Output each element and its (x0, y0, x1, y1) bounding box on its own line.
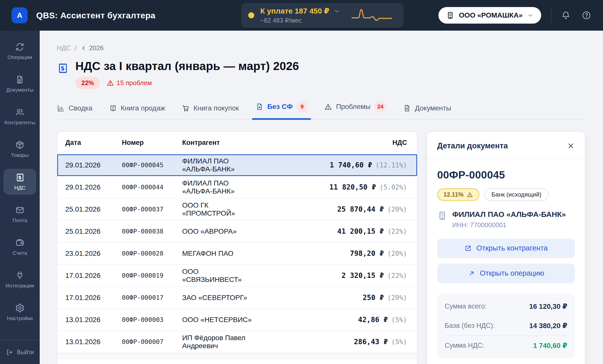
sidebar-item-label: Счета (13, 250, 27, 256)
open-counterparty-button[interactable]: Открыть контрагента (437, 238, 575, 258)
warning-triangle-icon (324, 103, 332, 111)
warning-triangle-icon (467, 191, 473, 198)
box-icon (15, 140, 25, 150)
file-x-icon (256, 103, 264, 111)
row-vat-amount: 2 320,15 ₽ (341, 271, 384, 280)
sidebar-item-settings[interactable]: Настройки (4, 299, 36, 325)
row-vat-amount: 286,43 ₽ (354, 338, 388, 346)
row-date: 29.01.2026 (65, 183, 122, 191)
sidebar-item-goods[interactable]: Товары (4, 136, 36, 162)
sidebar-item-documents[interactable]: Документы (4, 71, 36, 97)
tax-due-texts: К уплате 187 450 ₽ ~62 483 ₽/мес (260, 7, 340, 24)
row-date: 25.01.2026 (65, 205, 122, 213)
table-row[interactable]: 23.01.2026 00ФР-000028 МЕГАФОН ПАО 798,2… (57, 242, 417, 264)
main-content: НДС / 2026 $ НДС за I квартал (январь — … (40, 31, 603, 364)
row-number: 00ФР-000044 (122, 184, 182, 191)
breadcrumb-year-back[interactable]: 2026 (80, 44, 104, 52)
table-row[interactable]: 25.01.2026 00ФР-000038 ООО «АВРОРА» 41 2… (57, 220, 417, 242)
tax-due-widget[interactable]: К уплате 187 450 ₽ ~62 483 ₽/мес (241, 3, 404, 28)
documents-table: Дата Номер Контрагент НДС 29.01.2026 00Ф… (57, 131, 418, 364)
panel-title: Детали документа (437, 141, 508, 150)
table-row[interactable]: 25.01.2026 00ФР-000037 ООО ГК «ПРОМСТРОЙ… (57, 198, 417, 220)
sidebar-item-operations[interactable]: Операции (4, 38, 36, 64)
document-icon (15, 75, 25, 84)
building-icon (437, 211, 447, 221)
row-counterparty: ИП Фёдоров Павел Андреевич (182, 334, 256, 350)
table-row[interactable]: 17.01.2026 00ФР-000019 ООО «СВЯЗЬИНВЕСТ»… (57, 264, 417, 286)
button-label: Открыть операцию (480, 269, 544, 277)
row-date: 17.01.2026 (65, 294, 122, 302)
table-row[interactable]: 29.01.2026 00ФР-000045 ФИЛИАЛ ПАО «АЛЬФА… (57, 154, 417, 176)
row-date: 13.01.2026 (65, 316, 122, 324)
problems-summary[interactable]: 15 проблем (107, 79, 152, 87)
row-counterparty: ООО «АВРОРА» (182, 227, 256, 235)
row-number: 00ФР-000028 (122, 250, 182, 257)
row-vat-percent: (20%) (387, 250, 407, 257)
vat-sum-label: Сумма НДС: (445, 342, 484, 349)
sidebar-item-label: Контрагенты (4, 119, 35, 126)
open-book-icon (109, 104, 117, 112)
tab-sales-book[interactable]: Книга продаж (109, 104, 165, 119)
sidebar-item-integrations[interactable]: Интеграции (4, 267, 36, 293)
total-label: Сумма всего: (445, 302, 487, 310)
base-value: 14 380,20 ₽ (529, 322, 567, 330)
breadcrumb-root[interactable]: НДС (57, 44, 71, 52)
column-header-number: Номер (122, 139, 182, 147)
document-type-badge: Банк (исходящий) (484, 188, 548, 201)
chevron-left-icon (80, 45, 87, 51)
table-row[interactable]: 29.01.2026 00ФР-000044 ФИЛИАЛ ПАО «АЛЬФА… (57, 176, 417, 198)
sidebar-item-vat[interactable]: $ НДС (4, 169, 36, 195)
arrow-up-right-icon (468, 270, 475, 277)
chevron-down-icon[interactable] (333, 8, 340, 14)
tab-count-badge: 9 (296, 101, 308, 112)
sidebar-item-label: Настройки (7, 315, 33, 321)
help-icon[interactable] (581, 10, 591, 20)
sidebar-item-counterparties[interactable]: Контрагенты (4, 103, 36, 130)
total-value: 16 120,30 ₽ (529, 302, 567, 311)
row-counterparty: ЗАО «СЕВЕРТОРГ» (182, 294, 256, 302)
receipt-icon: $ (15, 173, 25, 182)
logout-button[interactable]: Выйти (0, 340, 40, 364)
table-row[interactable]: 13.01.2026 00ФР-000003 ООО «НЕТСЕРВИС» 4… (57, 309, 417, 331)
sparkline-chart (350, 6, 395, 24)
row-vat-amount: 42,86 ₽ (358, 316, 388, 324)
document-icon (403, 104, 411, 112)
tab-without-invoice[interactable]: Без СФ 9 (256, 101, 308, 119)
table-row[interactable]: 13.01.2026 00ФР-000007 ИП Фёдоров Павел … (57, 331, 417, 353)
building-icon (446, 11, 455, 20)
topbar: A QBS: Ассистент бухгалтера К уплате 187… (0, 0, 603, 31)
row-vat-amount: 25 870,44 ₽ (337, 205, 384, 213)
row-vat-percent: (5%) (391, 316, 407, 324)
document-number: 00ФР-000045 (437, 169, 575, 181)
row-number: 00ФР-000037 (122, 206, 182, 213)
tab-label: Без СФ (267, 103, 293, 111)
open-operation-button[interactable]: Открыть операцию (437, 264, 575, 283)
sidebar-item-label: Товары (11, 152, 29, 158)
tab-documents[interactable]: Документы (403, 104, 451, 119)
users-icon (15, 107, 25, 117)
close-icon[interactable] (567, 142, 575, 150)
tab-count-badge: 24 (374, 101, 386, 112)
tab-label: Книга покупок (193, 104, 239, 112)
sidebar-item-label: Операции (8, 54, 32, 60)
row-counterparty: ООО ГК «ПРОМСТРОЙ» (182, 201, 256, 217)
vat-sum-value: 1 740,60 ₽ (533, 341, 567, 350)
sync-icon (15, 42, 25, 52)
chevron-down-icon (527, 12, 534, 19)
sidebar-item-invoices[interactable]: Счета (4, 234, 36, 260)
tax-due-amount: К уплате 187 450 ₽ (260, 7, 329, 15)
notifications-bell-icon[interactable] (561, 10, 571, 20)
tab-summary[interactable]: Сводка (57, 104, 92, 119)
table-row[interactable]: 17.01.2026 00ФР-000017 ЗАО «СЕВЕРТОРГ» 2… (57, 286, 417, 309)
tab-label: Документы (415, 104, 451, 112)
app-root: A QBS: Ассистент бухгалтера К уплате 187… (0, 0, 603, 364)
row-date: 23.01.2026 (65, 250, 122, 258)
tab-purchase-book[interactable]: Книга покупок (182, 104, 239, 119)
company-selector[interactable]: ООО «РОМАШКА» (438, 7, 541, 24)
tab-problems[interactable]: Проблемы 24 (324, 101, 386, 119)
sidebar-item-mail[interactable]: Почта (4, 201, 36, 227)
breadcrumb: НДС / 2026 (57, 44, 585, 52)
external-link-icon (464, 245, 472, 252)
row-number: 00ФР-000003 (122, 316, 182, 323)
tab-label: Книга продаж (121, 104, 165, 112)
